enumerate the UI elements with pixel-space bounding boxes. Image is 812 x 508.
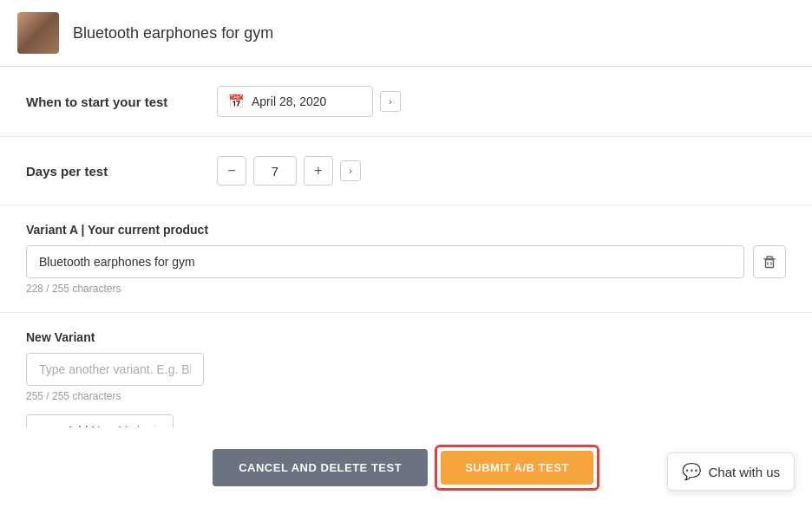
start-date-controls: 📅 April 28, 2020 › xyxy=(217,86,401,117)
calendar-icon: 📅 xyxy=(228,94,245,109)
header: Bluetooth earphones for gym xyxy=(0,0,812,67)
new-variant-input[interactable] xyxy=(26,353,204,386)
chat-widget[interactable]: 💬 Chat with us xyxy=(667,453,795,491)
submit-btn-wrapper: SUBMIT A/B TEST xyxy=(435,445,599,491)
days-per-test-section: Days per test − 7 + › xyxy=(0,137,812,205)
days-per-test-label: Days per test xyxy=(26,164,217,179)
product-title: Bluetooth earphones for gym xyxy=(73,24,273,42)
chat-icon: 💬 xyxy=(682,462,701,481)
cancel-delete-button[interactable]: CANCEL AND DELETE TEST xyxy=(213,449,428,486)
increment-days-button[interactable]: + xyxy=(304,156,333,186)
svg-rect-1 xyxy=(766,260,774,268)
variant-a-label: Variant A | Your current product xyxy=(26,223,786,237)
variant-a-section: Variant A | Your current product 228 / 2… xyxy=(0,205,812,313)
delete-variant-a-button[interactable] xyxy=(753,245,786,278)
date-arrow-btn[interactable]: › xyxy=(380,91,401,112)
trash-icon xyxy=(763,255,776,269)
new-variant-label: New Variant xyxy=(26,330,786,344)
start-date-section: When to start your test 📅 April 28, 2020… xyxy=(0,67,812,137)
days-value: 7 xyxy=(253,156,297,186)
start-date-label: When to start your test xyxy=(26,94,217,109)
variant-a-input[interactable] xyxy=(26,245,744,278)
new-variant-char-count: 255 / 255 characters xyxy=(26,390,786,402)
product-avatar xyxy=(17,12,59,54)
submit-ab-test-button[interactable]: SUBMIT A/B TEST xyxy=(441,451,593,485)
days-stepper-controls: − 7 + › xyxy=(217,156,361,186)
date-field[interactable]: 📅 April 28, 2020 xyxy=(217,86,373,117)
days-arrow-btn[interactable]: › xyxy=(340,160,361,181)
decrement-days-button[interactable]: − xyxy=(217,156,246,186)
variant-a-input-row xyxy=(26,245,786,278)
variant-a-char-count: 228 / 255 characters xyxy=(26,283,786,295)
chat-label: Chat with us xyxy=(708,465,780,479)
date-value: April 28, 2020 xyxy=(252,94,326,108)
